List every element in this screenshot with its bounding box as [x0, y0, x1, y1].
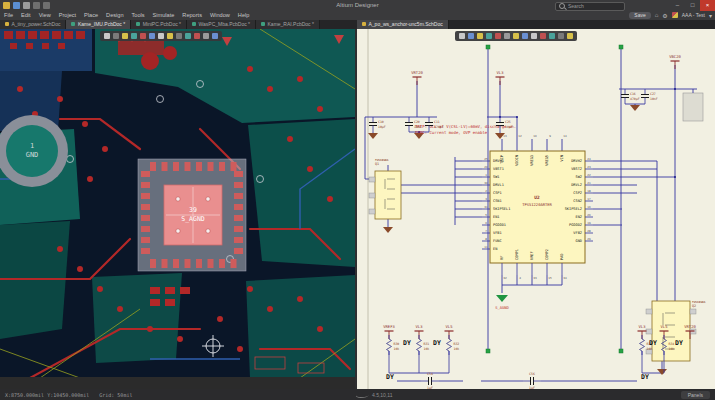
sheet-symbol-icon[interactable]	[513, 33, 519, 39]
menu-place[interactable]: Place	[80, 12, 102, 18]
power-port-icon[interactable]	[495, 33, 501, 39]
directive-icon[interactable]	[558, 33, 564, 39]
cap-value: 10µF	[505, 125, 513, 129]
save-button[interactable]: Save	[629, 12, 650, 19]
minimize-button[interactable]: –	[670, 0, 685, 11]
ic-u2[interactable]: U2TPS51220ARTERDRVH125VBST120SW11DRVL130…	[482, 134, 593, 280]
drag-icon[interactable]	[540, 33, 546, 39]
doc-tab[interactable]: MiniPC.PcbDoc *	[131, 20, 187, 29]
global-search-input[interactable]: Search	[555, 2, 625, 11]
pin-name: CSN1	[493, 199, 502, 203]
bus-icon[interactable]	[477, 33, 483, 39]
settings-gear-icon[interactable]: ⚙	[662, 12, 667, 19]
capacitor-c56[interactable]: C561µF	[523, 372, 541, 390]
mosfet-q1[interactable]	[369, 171, 401, 219]
text-icon[interactable]	[531, 33, 537, 39]
pcb-editor-canvas[interactable]: 1 GND 39 S_AGND	[0, 29, 355, 378]
grid-icon[interactable]	[113, 33, 119, 39]
net-label-icon[interactable]	[486, 33, 492, 39]
home-icon[interactable]: ⌂	[655, 12, 659, 18]
cap-value: 10nF	[650, 97, 658, 101]
res-value: 10k	[647, 347, 653, 351]
pin-name: TRIP	[500, 155, 504, 164]
probe-icon[interactable]	[567, 33, 573, 39]
transistor-ref: Q1	[375, 162, 379, 166]
capacitor-c54[interactable]: C541µF	[421, 372, 439, 390]
power-net-label: VL5	[446, 324, 453, 329]
menu-help[interactable]: Help	[234, 12, 254, 18]
pin-number: 5	[485, 212, 487, 216]
view-3d-icon[interactable]	[203, 33, 209, 39]
layer-icon[interactable]	[185, 33, 191, 39]
pcb-qfn-component[interactable]: 39 S_AGND	[138, 159, 246, 271]
pin-name: VREF	[530, 251, 534, 260]
capacitor-c16[interactable]: C16470µF	[621, 89, 640, 104]
measure-icon[interactable]	[212, 33, 218, 39]
altium-designer-window: Altium Designer Search – □ × FileEditVie…	[0, 0, 715, 400]
power-net-label: VL5	[661, 324, 668, 329]
pad-icon[interactable]	[140, 33, 146, 39]
right-tab-group: A_po_ws_anchor-unc5m.SchDoc	[357, 20, 449, 29]
workspace-label[interactable]: AAA - Test	[682, 12, 705, 18]
panels-button[interactable]: Panels	[681, 391, 710, 399]
wire-icon[interactable]	[468, 33, 474, 39]
polygon-icon[interactable]	[149, 33, 155, 39]
menu-design[interactable]: Design	[102, 12, 127, 18]
power-port-vbc20[interactable]: VBC20	[669, 54, 681, 69]
dimension-icon[interactable]	[158, 33, 164, 39]
pcbdoc-icon	[136, 22, 140, 26]
route-icon[interactable]	[122, 33, 128, 39]
resistor-r30[interactable]: R3010k	[387, 335, 400, 373]
schematic-editor-canvas[interactable]: TRIP: OCL at V(CSL-LV)=60mV, discharge o…	[357, 29, 715, 390]
doc-tab[interactable]: Kame_RAI.PcbDoc *	[256, 20, 320, 29]
resistor-r32[interactable]: R3210k	[447, 335, 460, 373]
pin-number: 11	[484, 244, 488, 248]
doc-tab[interactable]: A_tiny_power.SchDoc	[0, 20, 66, 29]
drc-icon[interactable]	[194, 33, 200, 39]
power-port-vrt20[interactable]: VRT20	[411, 70, 423, 85]
cursor-icon[interactable]	[104, 33, 110, 39]
designer-note: FUNC: Current mode, OVP enable	[415, 130, 488, 135]
maximize-button[interactable]: □	[685, 0, 700, 11]
menu-window[interactable]: Window	[206, 12, 234, 18]
pin-name: SKIPSEL2	[565, 207, 582, 211]
close-button[interactable]: ×	[700, 0, 715, 11]
cap-value: 10nF	[414, 125, 422, 129]
part-icon[interactable]	[504, 33, 510, 39]
menu-reports[interactable]: Reports	[178, 12, 206, 18]
pin-name: DRVL1	[493, 183, 504, 187]
via-icon[interactable]	[131, 33, 137, 39]
doc-tab[interactable]: Kame_IMU.PcbDoc *	[66, 20, 131, 29]
mosfet-q3[interactable]	[683, 89, 703, 121]
capacitor-c27[interactable]: C2710nF	[641, 89, 658, 104]
menu-view[interactable]: View	[35, 12, 55, 18]
search-placeholder: Search	[568, 3, 584, 9]
user-menu-caret-icon[interactable]: ▾	[709, 12, 712, 19]
pin-number: 1	[485, 172, 487, 176]
power-net-label: VRT20	[684, 324, 696, 329]
power-port-vl3[interactable]: VL3	[496, 70, 505, 85]
resistor-r31[interactable]: R3110k	[417, 335, 430, 373]
pin-name: CSP2	[573, 191, 582, 195]
cursor-icon[interactable]	[459, 33, 465, 39]
cap-ref: C25	[505, 120, 511, 124]
chip-pad-number: 39	[189, 206, 197, 214]
component-icon[interactable]	[176, 33, 182, 39]
menu-edit[interactable]: Edit	[17, 12, 35, 18]
power-port-s_agnd[interactable]: S_AGND	[495, 295, 509, 310]
menu-project[interactable]: Project	[55, 12, 80, 18]
capacitor-c10[interactable]: C1010µF	[369, 117, 386, 132]
doc-tab[interactable]: WasPC_Mba.PcbDoc *	[187, 20, 256, 29]
pin-number: 22	[587, 172, 591, 176]
junction-icon[interactable]	[549, 33, 555, 39]
menu-file[interactable]: File	[0, 12, 17, 18]
menu-tools[interactable]: Tools	[128, 12, 149, 18]
port-icon[interactable]	[522, 33, 528, 39]
workspace-icon	[672, 12, 678, 18]
schdoc-icon	[5, 22, 9, 26]
menu-simulate[interactable]: Simulate	[149, 12, 179, 18]
pin-number: 13	[503, 134, 507, 138]
power-net-label: VL3	[416, 324, 423, 329]
align-icon[interactable]	[167, 33, 173, 39]
doc-tab[interactable]: A_po_ws_anchor-unc5m.SchDoc	[357, 20, 449, 29]
